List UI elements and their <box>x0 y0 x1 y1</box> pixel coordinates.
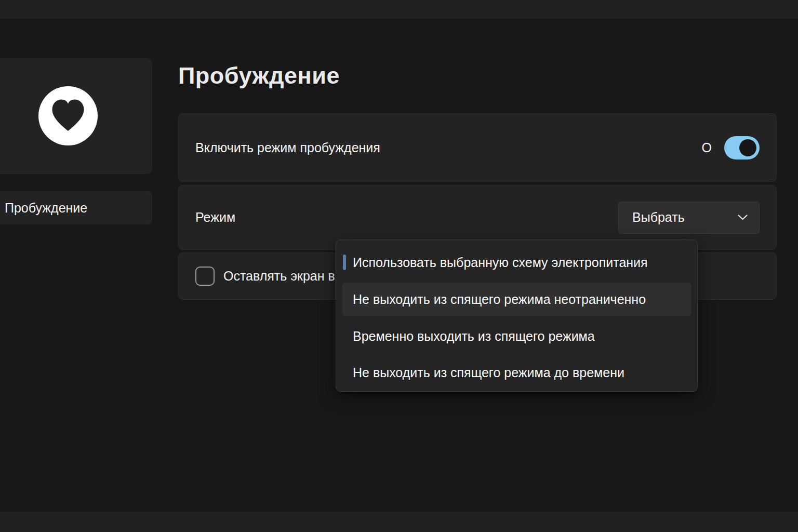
menu-item-use-power-scheme[interactable]: Использовать выбранную схему электропита… <box>342 249 691 276</box>
menu-item-label: Не выходить из спящего режима до времени <box>353 365 624 380</box>
toggle-state-label: О <box>702 140 712 155</box>
menu-item-stay-awake-unlimited[interactable]: Не выходить из спящего режима неотраниче… <box>342 283 691 316</box>
mode-select-label: Выбрать <box>632 210 685 225</box>
heart-icon <box>38 86 98 145</box>
menu-item-label: Использовать выбранную схему электропита… <box>353 255 648 270</box>
menu-item-label: Не выходить из спящего режима неотраниче… <box>353 292 646 307</box>
sidebar-item-label: Пробуждение <box>5 201 87 216</box>
sidebar-hero-card <box>0 58 152 174</box>
menu-item-label: Временно выходить из спящего режима <box>353 329 595 344</box>
wake-mode-toggle[interactable] <box>724 136 760 159</box>
mode-dropdown-menu: Использовать выбранную схему электропита… <box>336 240 698 392</box>
mode-row-label: Режим <box>195 210 235 225</box>
screen: Пробуждение Пробуждение Включить режим п… <box>0 0 798 532</box>
top-frame-band <box>0 0 798 19</box>
selected-indicator-pill <box>343 255 346 270</box>
wake-mode-toggle-row: Включить режим пробуждения О <box>178 113 777 182</box>
toggle-knob <box>739 139 756 156</box>
menu-item-temporarily-wake[interactable]: Временно выходить из спящего режима <box>342 320 691 352</box>
menu-item-stay-awake-until-time[interactable]: Не выходить из спящего режима до времени <box>342 356 691 389</box>
bottom-frame-band <box>0 512 798 532</box>
keep-screen-checkbox[interactable] <box>195 267 215 286</box>
settings-window: Пробуждение Пробуждение Включить режим п… <box>0 19 798 512</box>
chevron-down-icon <box>738 215 748 220</box>
page-title: Пробуждение <box>178 62 340 89</box>
mode-select-button[interactable]: Выбрать <box>618 202 760 234</box>
toggle-row-label: Включить режим пробуждения <box>195 140 380 155</box>
sidebar-item-wake[interactable]: Пробуждение <box>0 191 152 224</box>
keep-screen-label: Оставлять экран в <box>223 269 335 284</box>
